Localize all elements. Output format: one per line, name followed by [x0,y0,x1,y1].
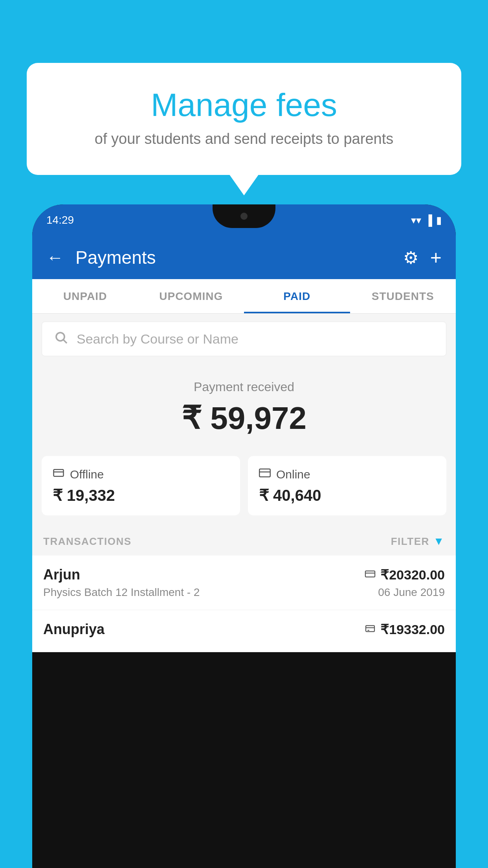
transaction-list: Arjun ₹20320.00 Physics Batch 12 Install… [32,555,456,652]
tab-unpaid[interactable]: UNPAID [32,279,138,313]
app-header: ← Payments ⚙ + [32,236,456,279]
battery-icon: ▮ [436,214,442,226]
transaction-amount: ₹19332.00 [380,622,445,637]
transaction-row-top: Anupriya ₹19332.00 [43,621,445,638]
tab-upcoming[interactable]: UPCOMING [138,279,244,313]
svg-rect-2 [54,469,64,476]
transactions-header: TRANSACTIONS FILTER ▼ [32,527,456,555]
search-placeholder: Search by Course or Name [77,331,238,347]
phone-notch [213,204,275,228]
transaction-amount-row: ₹19332.00 [365,622,445,637]
transaction-name: Anupriya [43,621,105,638]
tab-students[interactable]: STUDENTS [350,279,456,313]
transaction-amount: ₹20320.00 [380,567,445,583]
svg-point-0 [56,333,64,341]
transactions-label: TRANSACTIONS [43,535,132,548]
payment-amount-large: ₹ 59,972 [32,400,456,436]
search-container: Search by Course or Name [32,314,456,364]
transaction-course: Physics Batch 12 Installment - 2 [43,586,200,599]
offline-card: Offline ₹ 19,332 [42,456,240,515]
signal-icon: ▐ [425,214,432,226]
online-icon [259,467,271,482]
offline-label: Offline [70,468,104,481]
offline-amount: ₹ 19,332 [53,486,229,504]
filter-button[interactable]: FILTER ▼ [391,535,445,548]
transaction-row-top: Arjun ₹20320.00 [43,566,445,583]
transaction-row-bottom: Physics Batch 12 Installment - 2 06 June… [43,586,445,599]
add-button[interactable]: + [430,246,442,269]
page-title: Payments [75,247,391,268]
transaction-date: 06 June 2019 [378,586,445,599]
transaction-name: Arjun [43,566,80,583]
camera [240,213,248,220]
online-amount: ₹ 40,640 [259,486,435,504]
settings-icon[interactable]: ⚙ [403,248,418,268]
payment-received-label: Payment received [32,380,456,394]
svg-line-1 [64,340,67,343]
online-label: Online [276,468,310,481]
tooltip-subtitle: of your students and send receipts to pa… [50,131,438,147]
tab-paid[interactable]: PAID [244,279,350,313]
status-icons: ▾▾ ▐ ▮ [411,214,442,226]
payment-summary: Payment received ₹ 59,972 [32,364,456,448]
online-card-header: Online [259,467,435,482]
payment-cards: Offline ₹ 19,332 Online ₹ 40,640 [32,448,456,527]
svg-rect-6 [365,571,375,577]
status-time: 14:29 [46,214,74,226]
offline-card-header: Offline [53,467,229,482]
online-payment-icon [365,568,376,581]
tooltip-title: Manage fees [50,86,438,123]
offline-payment-icon [365,623,376,636]
svg-rect-8 [366,625,374,631]
phone-frame: 14:29 ▾▾ ▐ ▮ ← Payments ⚙ + UNPAID UPCOM… [32,204,456,868]
transaction-amount-row: ₹20320.00 [365,567,445,583]
status-bar: 14:29 ▾▾ ▐ ▮ [32,204,456,236]
search-icon [54,330,68,348]
phone-screen: Search by Course or Name Payment receive… [32,314,456,652]
search-bar[interactable]: Search by Course or Name [42,322,446,356]
offline-icon [53,467,64,482]
table-row[interactable]: Anupriya ₹19332.00 [32,610,456,652]
svg-rect-4 [259,469,270,477]
table-row[interactable]: Arjun ₹20320.00 Physics Batch 12 Install… [32,555,456,610]
filter-label: FILTER [391,535,429,548]
tooltip-card: Manage fees of your students and send re… [27,63,461,175]
back-button[interactable]: ← [46,248,64,267]
wifi-icon: ▾▾ [411,214,421,226]
filter-icon: ▼ [433,535,445,548]
tabs-bar: UNPAID UPCOMING PAID STUDENTS [32,279,456,314]
online-card: Online ₹ 40,640 [248,456,446,515]
